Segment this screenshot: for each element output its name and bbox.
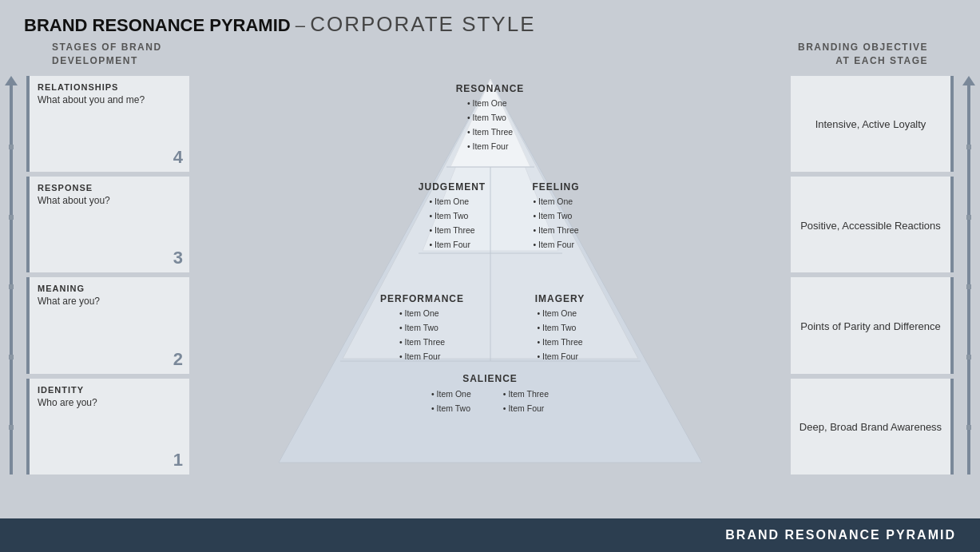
page: BRAND RESONANCE PYRAMID – CORPORATE STYL… [0, 0, 980, 552]
pyramid-wrap: RESONANCE • Item One • Item Two • Item T… [263, 71, 718, 479]
stage-card-2: MEANING What are you? 2 [26, 277, 189, 373]
resonance-items: • Item One • Item Two • Item Three • Ite… [467, 97, 513, 153]
salience-items-right: • Item Three • Item Four [503, 387, 549, 416]
left-dot-5 [9, 425, 14, 430]
objective-2-text: Points of Parity and Difference [800, 319, 940, 335]
stage-card-4: RELATIONSHIPS What about you and me? 4 [26, 76, 189, 172]
title-sep: – [291, 15, 310, 35]
salience-block: SALIENCE • Item One • Item Two • Item Th… [339, 373, 642, 416]
title-subtitle: CORPORATE STYLE [310, 12, 535, 36]
footer-text: BRAND RESONANCE PYRAMID [725, 528, 956, 542]
stage-card-3: RESPONSE What about you? 3 [26, 177, 189, 272]
stage-2-number: 2 [173, 349, 183, 370]
page-title: BRAND RESONANCE PYRAMID – CORPORATE STYL… [24, 12, 956, 37]
objective-card-1: Deep, Broad Brand Awareness [791, 379, 954, 475]
stage-1-desc: Who are you? [38, 397, 181, 408]
resonance-title: RESONANCE [411, 83, 570, 94]
feeling-title: FEELING [498, 181, 614, 193]
left-arrow-head [5, 76, 18, 85]
feeling-block: FEELING • Item One • Item Two • Item Thr… [498, 181, 614, 252]
judgement-block: JUDGEMENT • Item One • Item Two • Item T… [395, 181, 510, 252]
performance-block: PERFORMANCE • Item One • Item Two • Item… [359, 293, 486, 363]
stage-3-number: 3 [173, 248, 183, 268]
feeling-items: • Item One • Item Two • Item Three • Ite… [533, 195, 578, 252]
objective-4-text: Intensive, Active Loyalty [815, 117, 926, 133]
performance-items: • Item One • Item Two • Item Three • Ite… [399, 307, 445, 363]
right-dot-2 [966, 215, 971, 220]
stage-1-label: IDENTITY [38, 385, 181, 395]
right-dot-5 [966, 425, 971, 430]
objective-1-text: Deep, Broad Brand Awareness [799, 419, 942, 435]
objective-card-4: Intensive, Active Loyalty [791, 76, 954, 172]
left-col-label: STAGES OF BRAND DEVELOPMENT [24, 41, 216, 68]
stage-3-desc: What about you? [38, 195, 181, 206]
left-dot-1 [9, 145, 14, 149]
center-panel: RESONANCE • Item One • Item Two • Item T… [196, 68, 784, 518]
stage-2-desc: What are you? [38, 296, 181, 307]
objective-card-2: Points of Parity and Difference [791, 277, 954, 373]
title-bold: BRAND RESONANCE PYRAMID [24, 15, 291, 35]
stage-card-1: IDENTITY Who are you? 1 [26, 379, 189, 475]
right-arrow-head [962, 76, 975, 85]
right-dot-1 [966, 145, 971, 149]
imagery-items: • Item One • Item Two • Item Three • Ite… [537, 307, 582, 363]
judgement-items: • Item One • Item Two • Item Three • Ite… [429, 195, 474, 252]
imagery-block: IMAGERY • Item One • Item Two • Item Thr… [498, 293, 622, 363]
judgement-title: JUDGEMENT [395, 181, 510, 193]
stage-4-number: 4 [173, 147, 183, 168]
stage-3-label: RESPONSE [38, 183, 181, 193]
objective-cards: Intensive, Active Loyalty Positive, Acce… [784, 72, 958, 479]
stage-2-label: MEANING [38, 284, 181, 293]
imagery-title: IMAGERY [498, 293, 622, 304]
salience-items-left: • Item One • Item Two [431, 387, 471, 416]
right-col-label: BRANDING OBJECTIVE AT EACH STAGE [764, 41, 956, 68]
stage-1-number: 1 [173, 450, 183, 471]
salience-title: SALIENCE [339, 373, 642, 384]
stage-cards: RELATIONSHIPS What about you and me? 4 R… [22, 72, 196, 479]
objective-card-3: Positive, Accessible Reactions [791, 177, 954, 272]
stage-4-label: RELATIONSHIPS [38, 82, 181, 92]
left-dot-3 [9, 284, 14, 289]
left-dot-4 [9, 355, 14, 359]
right-panel: Intensive, Active Loyalty Positive, Acce… [784, 68, 980, 518]
stage-4-desc: What about you and me? [38, 94, 181, 105]
right-dot-3 [966, 284, 971, 289]
resonance-block: RESONANCE • Item One • Item Two • Item T… [411, 83, 570, 153]
left-panel: RELATIONSHIPS What about you and me? 4 R… [0, 68, 196, 518]
objective-3-text: Positive, Accessible Reactions [800, 218, 941, 234]
performance-title: PERFORMANCE [359, 293, 486, 304]
right-dot-4 [966, 355, 971, 359]
footer: BRAND RESONANCE PYRAMID [0, 518, 980, 552]
left-dot-2 [9, 215, 14, 220]
